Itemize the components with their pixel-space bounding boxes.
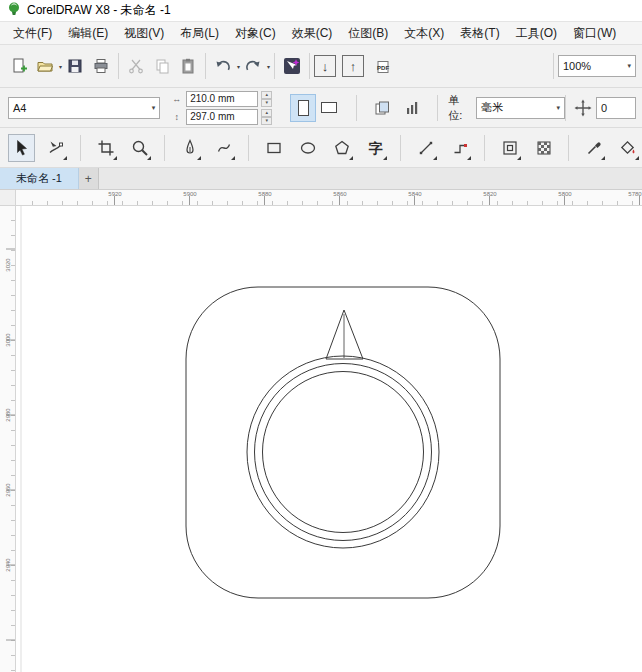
menu-effects[interactable]: 效果(C)	[285, 23, 340, 44]
workspace: 3020 3000 2980 2960 2940	[0, 206, 642, 672]
page-size-value: A4	[13, 102, 26, 114]
standard-toolbar: ▾	[0, 45, 642, 88]
paste-button[interactable]	[175, 53, 201, 79]
horizontal-ruler[interactable]: 5920 5900 5880 5860 5840 5820 5800 5780	[16, 190, 642, 205]
pdf-label: PDF	[377, 65, 389, 71]
hruler-label: 5900	[183, 191, 196, 197]
pen-tool[interactable]	[176, 134, 203, 162]
zoom-tool[interactable]	[126, 134, 153, 162]
page-dimensions-block: ↔ 210.0 mm ▴ ▾ ↕ 297.0 mm ▴ ▾	[170, 91, 272, 125]
document-tab-active[interactable]: 未命名 -1	[0, 168, 79, 189]
toolbox-separator	[80, 135, 81, 161]
triangle-pointer-shape[interactable]	[326, 310, 363, 359]
nudge-offset-icon[interactable]	[570, 95, 596, 121]
line-tool[interactable]	[412, 134, 439, 162]
zoom-level-value: 100%	[563, 60, 591, 72]
page-width-icon: ↔	[170, 94, 183, 104]
print-button[interactable]	[88, 53, 114, 79]
inner-circle-shape[interactable]	[263, 372, 424, 533]
text-tool-glyph: 字	[369, 141, 383, 155]
menu-edit[interactable]: 编辑(E)	[61, 23, 115, 44]
save-button[interactable]	[62, 53, 88, 79]
crop-tool[interactable]	[92, 134, 119, 162]
pick-tool[interactable]	[8, 134, 35, 162]
units-caret-icon: ▾	[556, 104, 560, 112]
hruler-label: 5880	[258, 191, 271, 197]
menu-window[interactable]: 窗口(W)	[566, 23, 623, 44]
connector-tool[interactable]	[446, 134, 473, 162]
rounded-square-shape[interactable]	[186, 287, 500, 598]
zoom-level-combo[interactable]: 100% ▾	[558, 55, 636, 77]
polygon-tool[interactable]	[328, 134, 355, 162]
page-width-field[interactable]: 210.0 mm	[186, 91, 258, 107]
menu-file[interactable]: 文件(F)	[6, 23, 59, 44]
shape-tool[interactable]	[42, 134, 69, 162]
page-width-value: 210.0 mm	[190, 93, 234, 104]
nudge-distance-value: 0	[601, 102, 607, 114]
stepper-up-icon[interactable]: ▴	[261, 109, 272, 117]
page-size-caret-icon: ▾	[152, 104, 156, 112]
toolbar-separator	[274, 53, 275, 79]
vruler-label: 2980	[5, 408, 11, 421]
middle-circle-shape[interactable]	[255, 364, 432, 541]
export-button[interactable]: ↑	[342, 55, 364, 77]
zoom-caret-icon: ▾	[627, 62, 631, 70]
redo-button[interactable]	[240, 53, 266, 79]
text-tool[interactable]: 字	[362, 134, 389, 162]
toolbox-separator	[164, 135, 165, 161]
outer-circle-shape[interactable]	[247, 356, 439, 548]
menu-table[interactable]: 表格(T)	[453, 23, 506, 44]
ellipse-tool[interactable]	[294, 134, 321, 162]
new-tab-button[interactable]: +	[79, 168, 99, 189]
portrait-orientation-button[interactable]	[290, 94, 316, 122]
current-page-button[interactable]	[399, 95, 425, 121]
menu-view[interactable]: 视图(V)	[117, 23, 171, 44]
toolbar-separator	[118, 53, 119, 79]
ruler-origin-corner[interactable]	[0, 190, 16, 205]
bezier-curve-tool[interactable]	[210, 134, 237, 162]
stepper-down-icon[interactable]: ▾	[261, 117, 272, 125]
undo-button[interactable]	[210, 53, 236, 79]
page-width-stepper[interactable]: ▴ ▾	[261, 91, 272, 107]
units-combo[interactable]: 毫米 ▾	[476, 97, 565, 119]
interactive-fill-tool[interactable]	[614, 134, 641, 162]
menu-tools[interactable]: 工具(O)	[509, 23, 564, 44]
coreldraw-logo-icon	[6, 1, 22, 20]
propbar-separator	[565, 95, 566, 121]
nudge-distance-field[interactable]: 0	[596, 97, 636, 119]
plus-icon: +	[85, 172, 92, 186]
new-document-button[interactable]	[6, 53, 32, 79]
frame-tool[interactable]	[496, 134, 523, 162]
redo-dropdown-caret[interactable]: ▾	[267, 63, 270, 70]
menu-text[interactable]: 文本(X)	[397, 23, 451, 44]
toolbox-separator	[568, 135, 569, 161]
landscape-page-icon	[321, 102, 337, 113]
application-launcher-icon[interactable]	[279, 53, 305, 79]
publish-pdf-button[interactable]: PDF	[370, 53, 396, 79]
page-size-combo[interactable]: A4 ▾	[8, 97, 160, 119]
open-document-button[interactable]	[32, 53, 58, 79]
landscape-orientation-button[interactable]	[316, 94, 342, 122]
vertical-ruler[interactable]: 3020 3000 2980 2960 2940	[0, 206, 16, 672]
copy-button[interactable]	[149, 53, 175, 79]
canvas[interactable]	[16, 206, 642, 672]
stepper-up-icon[interactable]: ▴	[261, 91, 272, 99]
coreldraw-window: CorelDRAW X8 - 未命名 -1 文件(F) 编辑(E) 视图(V) …	[0, 0, 642, 672]
eyedropper-tool[interactable]	[580, 134, 607, 162]
drawing-layer	[16, 206, 642, 672]
menu-bitmaps[interactable]: 位图(B)	[341, 23, 395, 44]
menu-object[interactable]: 对象(C)	[228, 23, 283, 44]
export-arrow-icon: ↑	[350, 59, 357, 74]
transparency-tool[interactable]	[530, 134, 557, 162]
menubar: 文件(F) 编辑(E) 视图(V) 布局(L) 对象(C) 效果(C) 位图(B…	[0, 22, 642, 45]
cut-button[interactable]	[123, 53, 149, 79]
menu-layout[interactable]: 布局(L)	[173, 23, 226, 44]
all-pages-button[interactable]	[369, 95, 395, 121]
toolbox-separator	[484, 135, 485, 161]
toolbar-separator	[309, 53, 310, 79]
rectangle-tool[interactable]	[260, 134, 287, 162]
stepper-down-icon[interactable]: ▾	[261, 99, 272, 107]
page-height-field[interactable]: 297.0 mm	[186, 109, 258, 125]
import-button[interactable]: ↓	[314, 55, 336, 77]
page-height-stepper[interactable]: ▴ ▾	[261, 109, 272, 125]
